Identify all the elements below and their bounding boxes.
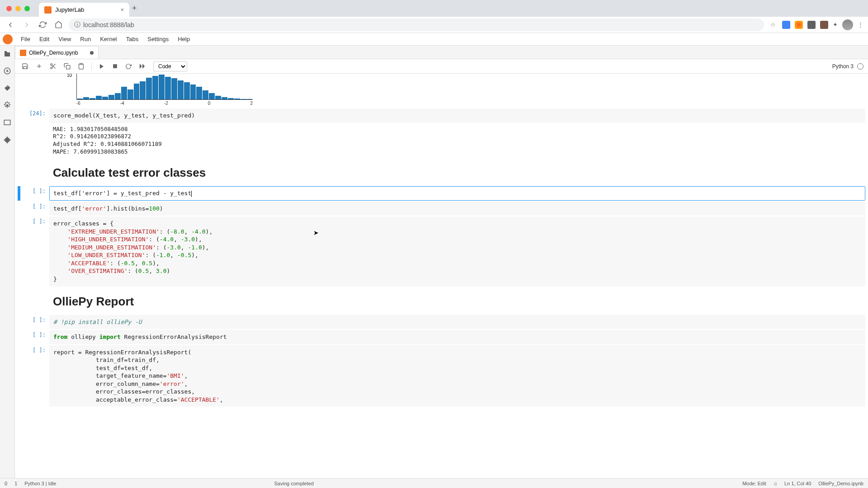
extension-icons: ✦ ⋮ <box>782 19 863 30</box>
extensions-puzzle-icon[interactable]: ✦ <box>833 21 838 28</box>
bookmark-star-icon[interactable]: ☆ <box>769 19 778 30</box>
notebook-content[interactable]: 10 -6-4-202 [24]: score_model(X_test, y_… <box>15 74 868 478</box>
paste-button[interactable] <box>75 62 87 70</box>
code-input[interactable]: error_classes = { 'EXTREME_UNDER_ESTIMAT… <box>49 216 865 286</box>
status-cursor-position: Ln 1, Col 40 <box>784 481 811 486</box>
code-cell[interactable]: [ ]: from olliepy import RegressionError… <box>18 330 865 344</box>
settings-gear-icon[interactable] <box>3 101 12 110</box>
code-input[interactable]: # !pip install olliePy -U <box>49 315 865 329</box>
url-text: localhost:8888/lab <box>83 21 134 28</box>
back-button[interactable] <box>5 19 16 31</box>
code-input[interactable]: test_df['error'] = y_test_pred - y_test <box>49 186 865 201</box>
close-tab-icon[interactable]: × <box>120 6 124 13</box>
menu-run[interactable]: Run <box>75 34 95 44</box>
heading: Calculate test error classes <box>53 166 862 180</box>
notification-bell-icon[interactable]: ♫ <box>774 481 777 486</box>
restart-button[interactable] <box>123 62 134 70</box>
status-bar: 0 1 Python 3 | Idle Saving completed Mod… <box>0 478 868 488</box>
svg-rect-2 <box>4 120 10 125</box>
menu-file[interactable]: File <box>16 34 35 44</box>
file-tab-bar: OlliePy_Demo.ipynb <box>15 46 868 59</box>
git-icon[interactable] <box>3 84 12 93</box>
browser-tab-strip: JupyterLab × + <box>0 0 868 17</box>
menu-edit[interactable]: Edit <box>35 34 54 44</box>
running-terminals-icon[interactable] <box>3 66 12 75</box>
histogram-xticks: -6-4-202 <box>76 100 253 107</box>
code-cell[interactable]: [24]: score_model(X_test, y_test, y_test… <box>18 108 865 123</box>
forward-button[interactable] <box>21 19 33 31</box>
cell-prompt: [ ]: <box>20 330 49 344</box>
add-cell-button[interactable] <box>33 62 45 70</box>
code-input[interactable]: score_model(X_test, y_test, y_test_pred) <box>49 108 865 123</box>
extension-icon[interactable] <box>795 21 803 29</box>
notebook-tab[interactable]: OlliePy_Demo.ipynb <box>15 46 99 59</box>
code-cell[interactable]: [ ]: error_classes = { 'EXTREME_UNDER_ES… <box>18 216 865 286</box>
extension-icon[interactable] <box>807 21 816 29</box>
cell-prompt: [24]: <box>20 108 49 123</box>
svg-point-6 <box>51 67 52 69</box>
menu-view[interactable]: View <box>54 34 75 44</box>
kernel-status-icon[interactable] <box>857 63 863 70</box>
histogram-plot: 10 <box>76 74 253 100</box>
left-sidebar <box>0 46 15 478</box>
cell-prompt: [ ]: <box>20 202 49 216</box>
cell-type-select[interactable]: Code <box>153 61 187 71</box>
status-kernel[interactable]: Python 3 | Idle <box>24 481 56 486</box>
cut-button[interactable] <box>47 62 59 70</box>
copy-button[interactable] <box>61 62 73 70</box>
tab-title: JupyterLab <box>55 6 84 13</box>
close-window-button[interactable] <box>6 6 12 11</box>
jupyter-favicon <box>44 6 52 14</box>
code-input[interactable]: from olliepy import RegressionErrorAnaly… <box>49 330 865 344</box>
svg-marker-14 <box>142 64 145 69</box>
markdown-cell[interactable]: OlliePy Report <box>18 287 865 314</box>
stop-button[interactable] <box>110 62 120 70</box>
svg-rect-12 <box>113 64 117 68</box>
url-input[interactable]: ⓘ localhost:8888/lab <box>69 19 764 31</box>
svg-marker-11 <box>100 64 104 69</box>
extension-icon[interactable] <box>820 21 828 29</box>
reload-button[interactable] <box>37 19 48 30</box>
menu-help[interactable]: Help <box>173 34 194 44</box>
menu-settings[interactable]: Settings <box>143 34 173 44</box>
svg-rect-9 <box>66 66 70 69</box>
home-button[interactable] <box>53 19 64 30</box>
tabs-icon[interactable] <box>3 118 12 127</box>
menubar: FileEditViewRunKernelTabsSettingsHelp <box>0 33 868 46</box>
jupyter-logo-icon[interactable] <box>3 34 13 44</box>
code-cell[interactable]: [ ]: # !pip install olliePy -U <box>18 315 865 329</box>
menu-kernel[interactable]: Kernel <box>95 34 122 44</box>
address-bar: ⓘ localhost:8888/lab ☆ ✦ ⋮ <box>0 17 868 33</box>
cell-prompt: [ ]: <box>20 345 49 407</box>
profile-avatar[interactable] <box>842 19 853 30</box>
new-tab-button[interactable]: + <box>132 4 137 13</box>
window-controls <box>6 6 30 11</box>
save-button[interactable] <box>19 62 31 70</box>
maximize-window-button[interactable] <box>24 6 30 11</box>
code-input[interactable]: test_df['error'].hist(bins=100) <box>49 202 865 216</box>
svg-point-1 <box>6 104 9 107</box>
minimize-window-button[interactable] <box>15 6 21 11</box>
cell-prompt: [ ]: <box>20 315 49 329</box>
menu-tabs[interactable]: Tabs <box>122 34 143 44</box>
markdown-cell[interactable]: Calculate test error classes <box>18 159 865 185</box>
run-all-button[interactable] <box>137 62 148 70</box>
cell-output: MAE: 1.983017050848508 R^2: 0.9142601023… <box>18 124 865 158</box>
code-cell[interactable]: [ ]: report = RegressionErrorAnalysisRep… <box>18 345 865 407</box>
status-mode: Mode: Edit <box>742 481 766 486</box>
chrome-menu-icon[interactable]: ⋮ <box>858 21 863 28</box>
code-input[interactable]: report = RegressionErrorAnalysisReport( … <box>49 345 865 407</box>
kernel-name[interactable]: Python 3 <box>832 63 854 70</box>
site-info-icon[interactable]: ⓘ <box>74 21 80 29</box>
notebook-toolbar: Code Python 3 <box>15 59 868 74</box>
status-message: Saving completed <box>274 481 313 486</box>
cell-prompt: [ ]: <box>20 186 49 201</box>
code-cell[interactable]: [ ]: test_df['error'].hist(bins=100) <box>18 202 865 216</box>
run-button[interactable] <box>96 62 107 70</box>
browser-tab[interactable]: JupyterLab × <box>39 3 129 17</box>
file-browser-icon[interactable] <box>3 49 12 58</box>
code-cell-selected[interactable]: [ ]: test_df['error'] = y_test_pred - y_… <box>18 186 865 201</box>
extensions-puzzle-icon[interactable] <box>3 135 12 144</box>
svg-marker-13 <box>140 64 142 69</box>
extension-icon[interactable] <box>782 21 790 29</box>
